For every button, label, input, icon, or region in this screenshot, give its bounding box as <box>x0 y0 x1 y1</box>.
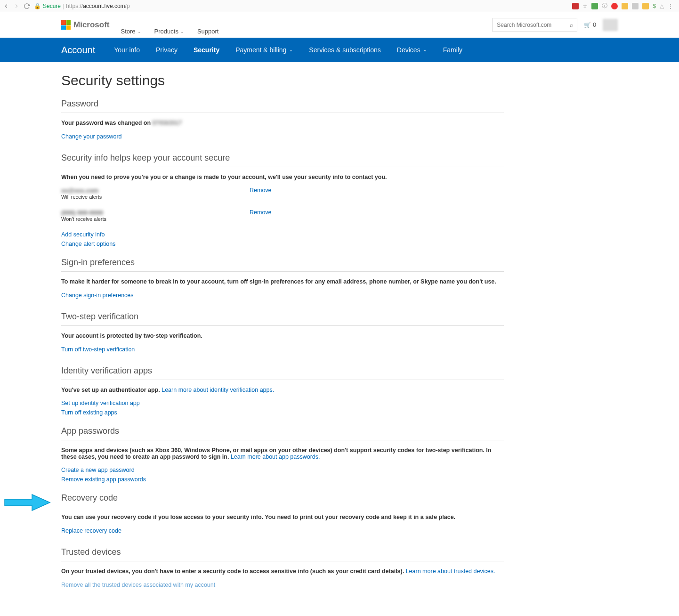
heading-security-info: Security info helps keep your account se… <box>61 153 504 167</box>
remove-security-info-link[interactable]: Remove <box>250 209 272 219</box>
cart-button[interactable]: 🛒 0 <box>584 22 596 28</box>
browser-toolbar: 🔒 Secure | https://account.live.com/p ☆ … <box>0 0 679 12</box>
security-info-sub: Won't receive alerts <box>61 216 250 222</box>
chevron-down-icon: ⌄ <box>137 29 141 34</box>
section-trusted: Trusted devices On your trusted devices,… <box>61 547 504 591</box>
app-passwords-desc: Some apps and devices (such as Xbox 360,… <box>61 447 504 460</box>
section-security-info: Security info helps keep your account se… <box>61 153 504 247</box>
lock-icon: 🔒 <box>34 3 41 9</box>
address-bar[interactable]: 🔒 Secure | https://account.live.com/p <box>34 3 572 9</box>
annotation-arrow-icon <box>4 494 51 511</box>
nav-support[interactable]: Support <box>197 28 219 35</box>
bottom-fade <box>0 596 679 605</box>
security-info-desc: When you need to prove you're you or a c… <box>61 174 504 180</box>
heading-recovery: Recovery code <box>61 493 504 507</box>
ext-icon[interactable] <box>632 3 639 9</box>
heading-signin: Sign-in preferences <box>61 258 504 272</box>
change-password-link[interactable]: Change your password <box>61 133 122 140</box>
remove-security-info-link[interactable]: Remove <box>250 187 272 197</box>
page-title: Security settings <box>61 73 504 89</box>
trusted-desc: On your trusted devices, you don't have … <box>61 568 504 575</box>
menu-icon[interactable]: ⋮ <box>668 3 673 9</box>
ext-icon[interactable] <box>622 3 628 9</box>
nav-family[interactable]: Family <box>443 46 462 54</box>
ext-icon[interactable] <box>642 3 649 9</box>
svg-marker-0 <box>5 494 50 511</box>
remove-trusted-link[interactable]: Remove all the trusted devices associate… <box>61 582 215 588</box>
url-text: https://account.live.com/p <box>66 3 129 9</box>
ext-icon[interactable] <box>572 3 579 9</box>
extension-icons: ☆ ⓘ $ △ ⋮ <box>572 2 673 10</box>
remove-app-passwords-link[interactable]: Remove existing app passwords <box>61 476 504 483</box>
turn-off-apps-link[interactable]: Turn off existing apps <box>61 409 504 416</box>
top-nav: Store⌄ Products⌄ Support <box>121 12 219 38</box>
identity-learn-link[interactable]: Learn more about identity verification a… <box>162 387 274 393</box>
ext-icon[interactable] <box>611 3 618 9</box>
security-info-sub: Will receive alerts <box>61 194 250 200</box>
security-info-row: (000) 000-0000 Won't receive alerts Remo… <box>61 209 504 222</box>
app-passwords-learn-link[interactable]: Learn more about app passwords. <box>231 454 320 460</box>
chevron-down-icon: ⌄ <box>423 48 427 52</box>
microsoft-logo[interactable]: Microsoft <box>61 20 110 30</box>
security-info-value: (000) 000-0000 <box>61 209 250 216</box>
secure-label: Secure <box>43 3 61 9</box>
heading-twostep: Two-step verification <box>61 312 504 326</box>
heading-identity: Identity verification apps <box>61 366 504 380</box>
cart-count: 0 <box>593 22 596 28</box>
nav-services[interactable]: Services & subscriptions <box>309 46 381 54</box>
heading-app-passwords: App passwords <box>61 426 504 440</box>
ext-icon[interactable] <box>591 3 598 9</box>
ext-icon[interactable]: △ <box>660 3 664 9</box>
account-nav: Account Your info Privacy Security Payme… <box>0 38 679 62</box>
nav-store[interactable]: Store⌄ <box>121 28 141 35</box>
nav-products[interactable]: Products⌄ <box>154 28 184 35</box>
chevron-down-icon: ⌄ <box>289 48 293 52</box>
avatar[interactable] <box>603 19 618 31</box>
chevron-down-icon: ⌄ <box>180 29 184 34</box>
star-icon[interactable]: ☆ <box>582 3 588 9</box>
section-identity: Identity verification apps You've set up… <box>61 366 504 416</box>
section-signin: Sign-in preferences To make it harder fo… <box>61 258 504 301</box>
microsoft-logo-text: Microsoft <box>73 20 110 30</box>
ext-icon[interactable]: $ <box>653 3 656 9</box>
heading-trusted: Trusted devices <box>61 547 504 561</box>
turn-off-twostep-link[interactable]: Turn off two-step verification <box>61 346 135 353</box>
search-icon[interactable]: ⌕ <box>570 22 573 28</box>
create-app-password-link[interactable]: Create a new app password <box>61 467 504 473</box>
back-icon[interactable] <box>3 3 9 9</box>
nav-privacy[interactable]: Privacy <box>156 46 178 54</box>
cart-icon: 🛒 <box>584 22 591 28</box>
ms-header: Microsoft Store⌄ Products⌄ Support Searc… <box>0 12 679 38</box>
account-brand[interactable]: Account <box>61 45 95 56</box>
identity-desc: You've set up an authenticator app. Lear… <box>61 387 504 393</box>
signin-desc: To make it harder for someone to break i… <box>61 278 504 285</box>
add-security-info-link[interactable]: Add security info <box>61 231 504 238</box>
section-recovery: Recovery code You can use your recovery … <box>61 493 504 537</box>
content: Security settings Password Your password… <box>0 62 565 605</box>
forward-icon <box>13 3 20 9</box>
recovery-desc: You can use your recovery code if you lo… <box>61 514 504 520</box>
section-password: Password Your password was changed on 07… <box>61 99 504 143</box>
search-placeholder: Search Microsoft.com <box>497 22 551 28</box>
password-changed-text: Your password was changed on 07/03/2017 <box>61 120 504 126</box>
nav-devices[interactable]: Devices⌄ <box>397 46 427 54</box>
twostep-desc: Your account is protected by two-step ve… <box>61 332 504 339</box>
reload-icon[interactable] <box>24 3 30 9</box>
change-signin-link[interactable]: Change sign-in preferences <box>61 292 134 299</box>
heading-password: Password <box>61 99 504 113</box>
setup-identity-link[interactable]: Set up identity verification app <box>61 400 504 406</box>
security-info-row: xx@xxx.com Will receive alerts Remove <box>61 187 504 200</box>
info-icon[interactable]: ⓘ <box>602 2 607 10</box>
nav-security[interactable]: Security <box>194 46 219 54</box>
security-info-value: xx@xxx.com <box>61 187 250 194</box>
nav-payment[interactable]: Payment & billing⌄ <box>235 46 293 54</box>
nav-your-info[interactable]: Your info <box>114 46 140 54</box>
replace-recovery-link[interactable]: Replace recovery code <box>61 527 121 534</box>
section-twostep: Two-step verification Your account is pr… <box>61 312 504 356</box>
search-input[interactable]: Search Microsoft.com ⌕ <box>493 18 577 32</box>
trusted-learn-link[interactable]: Learn more about trusted devices. <box>406 568 495 575</box>
change-alert-options-link[interactable]: Change alert options <box>61 241 504 247</box>
microsoft-logo-icon <box>61 20 71 30</box>
section-app-passwords: App passwords Some apps and devices (suc… <box>61 426 504 483</box>
